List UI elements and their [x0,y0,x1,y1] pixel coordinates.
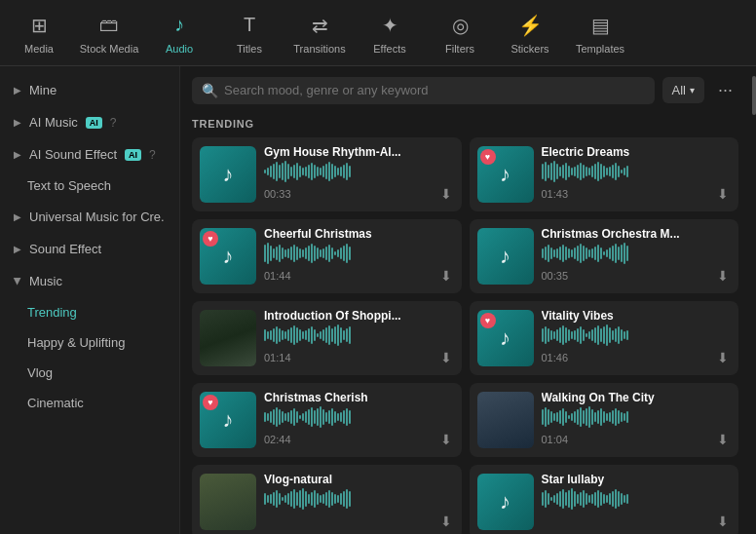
introduction-shopping-title: Introduction Of Shoppi... [264,309,454,323]
effects-icon: ✦ [376,12,403,39]
music-card-vlog-natural[interactable]: Vlog-natural⬇ [192,465,462,534]
nav-label-effects: Effects [373,43,405,55]
sidebar-sublabel-trending: Trending [27,305,77,320]
cheerful-christmas-download-button[interactable]: ⬇ [438,266,454,286]
vlog-natural-download-button[interactable]: ⬇ [438,512,454,531]
music-card-walking-on-the-city[interactable]: Walking On The City01:04⬇ [470,383,739,457]
music-card-vitality-vibes[interactable]: ♪♥Vitality Vibes01:46⬇ [470,301,739,375]
christmas-orchestra-waveform [542,245,732,262]
nav-label-stock-media: Stock Media [80,43,139,55]
filters-icon: ◎ [446,12,473,39]
sidebar-item-ai-music[interactable]: ▶AI MusicAI? [0,106,179,138]
sidebar-label-ai-sound-effect: AI Sound Effect [29,147,117,162]
music-card-gym-house[interactable]: ♪Gym House Rhythm-Al...00:33⬇ [192,137,462,211]
sound-effect-arrow-icon: ▶ [14,244,21,254]
music-note-icon: ♪ [500,162,510,187]
nav-item-transitions[interactable]: ⇄Transitions [284,0,355,66]
sidebar-subitem-happy-uplifting[interactable]: Happy & Uplifting [0,327,179,358]
christmas-orchestra-title: Christmas Orchestra M... [542,227,732,241]
vitality-vibes-duration: 01:46 [542,352,569,363]
music-note-icon: ♪ [500,244,510,269]
more-options-button[interactable]: ··· [712,76,738,104]
sidebar-sublabel-cinematic: Cinematic [27,396,84,410]
search-icon: 🔍 [202,83,218,98]
sidebar-sublabel-text-to-speech: Text to Speech [27,178,111,193]
nav-item-titles[interactable]: TTitles [214,0,284,66]
scrollbar-thumb [752,76,756,115]
content-area: 🔍 All ▾ ··· TRENDING ♪Gym House Rhythm-A… [180,66,750,534]
sidebar-item-music[interactable]: ▶Music [0,265,179,297]
gym-house-download-button[interactable]: ⬇ [438,184,454,204]
titles-icon: T [236,12,263,39]
sidebar-sublabel-vlog: Vlog [27,365,53,380]
nav-item-templates[interactable]: ▤Templates [565,0,635,66]
music-note-icon: ♪ [500,489,510,515]
nav-label-media: Media [24,43,54,55]
nav-label-filters: Filters [445,43,474,55]
music-card-christmas-orchestra[interactable]: ♪Christmas Orchestra M...00:35⬇ [470,219,739,293]
walking-on-the-city-title: Walking On The City [542,391,732,404]
music-note-icon: ♪ [223,162,234,187]
media-icon: ⊞ [25,12,53,39]
electric-dreams-duration: 01:43 [542,188,569,200]
universal-music-arrow-icon: ▶ [14,211,21,222]
ai-music-badge: AI [86,117,102,129]
nav-label-audio: Audio [166,43,193,55]
sidebar: ▶Mine▶AI MusicAI?▶AI Sound EffectAI?Text… [0,66,180,534]
christmas-cherish-duration: 02:44 [264,434,291,445]
electric-dreams-heart-icon: ♥ [480,149,496,165]
nav-item-media[interactable]: ⊞Media [4,0,74,66]
sidebar-item-mine[interactable]: ▶Mine [0,74,179,106]
electric-dreams-title: Electric Dreams [542,145,732,159]
search-input-wrap[interactable]: 🔍 [192,77,655,104]
sidebar-label-sound-effect: Sound Effect [29,242,101,256]
gym-house-waveform [264,163,454,180]
music-card-introduction-shopping[interactable]: Introduction Of Shoppi...01:14⬇ [192,301,462,375]
sidebar-sublabel-happy-uplifting: Happy & Uplifting [27,335,125,350]
walking-on-the-city-download-button[interactable]: ⬇ [715,430,731,449]
vitality-vibes-download-button[interactable]: ⬇ [715,348,731,367]
search-input[interactable] [224,83,645,97]
sidebar-label-mine: Mine [29,83,57,97]
christmas-cherish-heart-icon: ♥ [203,395,218,410]
search-bar: 🔍 All ▾ ··· [180,66,750,114]
music-card-cheerful-christmas[interactable]: ♪♥Cheerful Christmas01:44⬇ [192,219,462,293]
music-card-electric-dreams[interactable]: ♪♥Electric Dreams01:43⬇ [470,137,739,211]
sidebar-item-sound-effect[interactable]: ▶Sound Effect [0,233,179,265]
ai-sound-effect-info-icon: ? [149,148,156,162]
nav-item-audio[interactable]: ♪Audio [144,0,214,66]
music-card-star-lullaby[interactable]: ♪Star lullaby⬇ [470,465,739,534]
gym-house-duration: 00:33 [264,188,291,200]
sidebar-subitem-text-to-speech[interactable]: Text to Speech [0,171,179,201]
nav-item-effects[interactable]: ✦Effects [355,0,425,66]
sidebar-subitem-trending[interactable]: Trending [0,297,179,327]
star-lullaby-title: Star lullaby [542,473,732,486]
sidebar-subitem-vlog[interactable]: Vlog [0,358,179,388]
introduction-shopping-download-button[interactable]: ⬇ [438,348,454,367]
christmas-orchestra-download-button[interactable]: ⬇ [715,266,731,286]
cheerful-christmas-waveform [264,245,454,262]
trending-section-label: TRENDING [180,114,750,137]
filter-label: All [672,83,686,97]
vitality-vibes-waveform [542,326,732,344]
content-scrollbar[interactable] [750,66,756,534]
star-lullaby-download-button[interactable]: ⬇ [715,512,731,531]
stock-media-icon: 🗃 [95,12,123,39]
sidebar-subitem-cinematic[interactable]: Cinematic [0,388,179,418]
music-card-christmas-cherish[interactable]: ♪♥Christmas Cherish02:44⬇ [192,383,462,457]
main-layout: ▶Mine▶AI MusicAI?▶AI Sound EffectAI?Text… [0,66,756,534]
nav-item-stock-media[interactable]: 🗃Stock Media [74,0,144,66]
electric-dreams-download-button[interactable]: ⬇ [715,184,731,204]
transitions-icon: ⇄ [306,12,333,39]
ai-music-arrow-icon: ▶ [14,117,21,128]
christmas-cherish-download-button[interactable]: ⬇ [438,430,454,449]
filter-dropdown[interactable]: All ▾ [662,77,704,103]
sidebar-label-music: Music [29,274,62,288]
nav-item-stickers[interactable]: ⚡Stickers [495,0,565,66]
introduction-shopping-waveform [264,326,454,344]
nav-item-filters[interactable]: ◎Filters [425,0,495,66]
sidebar-item-ai-sound-effect[interactable]: ▶AI Sound EffectAI? [0,138,179,171]
sidebar-item-universal-music[interactable]: ▶Universal Music for Cre. [0,201,179,233]
stickers-icon: ⚡ [516,12,544,39]
walking-on-the-city-waveform [542,408,732,426]
